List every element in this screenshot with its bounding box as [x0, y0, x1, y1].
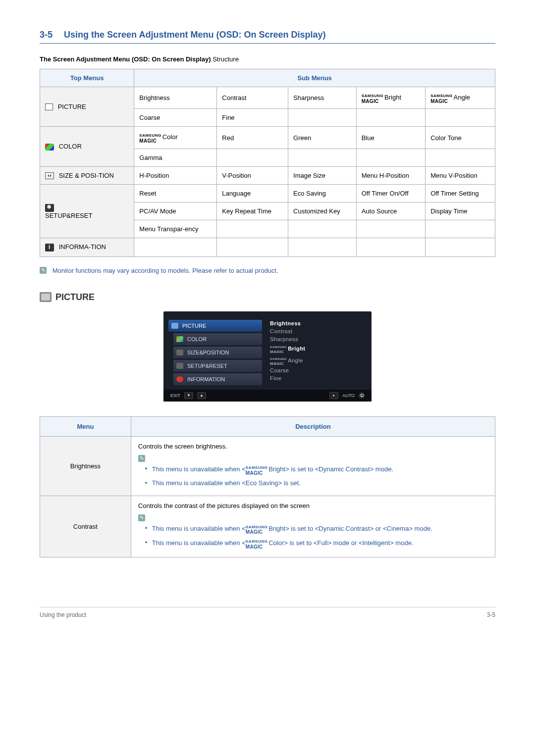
picture-section-title: PICTURE — [55, 292, 95, 302]
row-info-label: INFORMA-TION — [40, 238, 134, 257]
osd-exit-label: EXIT — [170, 393, 180, 398]
cell: Contrast — [217, 87, 288, 109]
th-desc: Description — [131, 416, 495, 436]
cell: Language — [217, 185, 288, 202]
osd-up-button: ▲ — [197, 392, 206, 399]
cell: SAMSUNGMAGICAngle — [426, 87, 495, 109]
picture-icon — [45, 103, 53, 110]
cell: Green — [288, 127, 357, 149]
cell: Reset — [134, 185, 217, 202]
cell — [288, 238, 357, 257]
cell: Red — [217, 127, 288, 149]
note-text: Monitor functions may vary according to … — [53, 267, 278, 274]
info-icon — [45, 244, 54, 252]
footer-left: Using the product — [40, 611, 86, 618]
osd-item: Contrast — [270, 327, 364, 335]
cell: SAMSUNGMAGICColor — [134, 127, 217, 149]
cell — [426, 220, 495, 238]
osd-tab-color: COLOR — [173, 333, 262, 345]
cell: Eco Saving — [288, 185, 357, 202]
samsung-magic-logo: SAMSUNGMAGIC — [139, 132, 161, 143]
cell — [356, 220, 425, 238]
cell: Off Timer On/Off — [356, 185, 425, 202]
cell — [426, 109, 495, 127]
th-sub-menus: Sub Menus — [134, 69, 495, 87]
osd-tab-picture: PICTURE — [168, 320, 262, 332]
picture-section-icon — [40, 292, 52, 302]
samsung-magic-logo: SAMSUNGMAGIC — [246, 464, 268, 475]
osd-auto-label: AUTO — [342, 393, 355, 398]
cell: Blue — [356, 127, 425, 149]
section-title: Using the Screen Adjustment Menu (OSD: O… — [64, 30, 325, 40]
row-setup-label: SETUP&RESET — [40, 185, 134, 238]
cell: Brightness — [134, 87, 217, 109]
cell: Off Timer Setting — [426, 185, 495, 202]
samsung-magic-logo: SAMSUNGMAGIC — [246, 523, 268, 535]
cell: Color Tone — [426, 127, 495, 149]
desc-note-item: This menu is unavailable when <SAMSUNGMA… — [152, 462, 488, 477]
cell — [356, 238, 425, 257]
gear-icon — [45, 204, 54, 212]
osd-button-bar: EXIT ▼ ▲ ▸ AUTO ⏻ — [163, 390, 372, 402]
note-block: ✎ Monitor functions may vary according t… — [40, 267, 495, 274]
size-position-icon — [45, 172, 54, 179]
osd-item: Brightness — [270, 319, 364, 327]
row-brightness-label: Brightness — [40, 436, 131, 496]
osd-item: SAMSUNGMAGICAngle — [270, 355, 364, 367]
cell — [426, 238, 495, 257]
desc-note-item: This menu is unavailable when <SAMSUNGMA… — [152, 522, 488, 536]
note-icon: ✎ — [138, 455, 145, 462]
osd-tab-size: SIZE&POSITION — [173, 347, 262, 358]
osd-tab-setup: SETUP&RESET — [173, 360, 262, 372]
th-top-menus: Top Menus — [40, 69, 134, 87]
desc-note-item: This menu is unavailable when <Eco Savin… — [152, 477, 488, 490]
footer-right: 3-5 — [487, 611, 495, 618]
cell — [217, 238, 288, 257]
cell: Customized Key — [288, 202, 357, 220]
osd-items: Brightness Contrast Sharpness SAMSUNGMAG… — [262, 318, 366, 387]
osd-item: SAMSUNGMAGICBright — [270, 343, 364, 355]
cell: Image Size — [288, 166, 357, 185]
osd-down-button: ▼ — [184, 392, 193, 399]
desc-intro: Controls the contrast of the pictures di… — [138, 502, 488, 509]
picture-desc-table: Menu Description Brightness Controls the… — [40, 416, 495, 557]
cell: Display Time — [426, 202, 495, 220]
row-contrast-desc: Controls the contrast of the pictures di… — [131, 496, 495, 557]
osd-tab-info: INFORMATION — [173, 373, 262, 385]
osd-structure-table: Top Menus Sub Menus PICTURE Brightness C… — [40, 69, 495, 257]
cell — [356, 149, 425, 166]
cell — [217, 220, 288, 238]
cell: V-Position — [217, 166, 288, 185]
section-number: 3-5 — [40, 30, 53, 40]
row-size-label: SIZE & POSI-TION — [40, 166, 134, 185]
note-icon: ✎ — [138, 514, 145, 521]
cell: Key Repeat Time — [217, 202, 288, 220]
desc-intro: Controls the screen brightness. — [138, 443, 488, 450]
row-color-label: COLOR — [40, 127, 134, 166]
cell: H-Position — [134, 166, 217, 185]
row-brightness-desc: Controls the screen brightness. ✎ This m… — [131, 436, 495, 496]
row-picture-label: PICTURE — [40, 87, 134, 127]
osd-item: Sharpness — [270, 335, 364, 343]
samsung-magic-logo: SAMSUNGMAGIC — [430, 92, 452, 103]
cell: Fine — [217, 109, 288, 127]
section-heading: 3-5 Using the Screen Adjustment Menu (OS… — [40, 30, 495, 44]
cell: Gamma — [134, 149, 217, 166]
cell: Auto Source — [356, 202, 425, 220]
osd-item: Fine — [270, 374, 364, 382]
structure-subtitle: The Screen Adjustment Menu (OSD: On Scre… — [40, 55, 495, 63]
cell — [134, 238, 217, 257]
color-icon — [45, 144, 54, 151]
cell — [426, 149, 495, 166]
cell: Menu V-Position — [426, 166, 495, 185]
cell — [288, 220, 357, 238]
osd-power-button: ⏻ — [359, 393, 365, 399]
samsung-magic-logo: SAMSUNGMAGIC — [362, 92, 383, 103]
cell: PC/AV Mode — [134, 202, 217, 220]
cell: SAMSUNGMAGICBright — [356, 87, 425, 109]
cell — [288, 149, 357, 166]
cell — [356, 109, 425, 127]
picture-subheading: PICTURE — [40, 292, 495, 302]
osd-preview: PICTURE COLOR SIZE&POSITION SETUP&RESET … — [163, 311, 372, 402]
osd-nav: PICTURE COLOR SIZE&POSITION SETUP&RESET … — [166, 318, 262, 387]
